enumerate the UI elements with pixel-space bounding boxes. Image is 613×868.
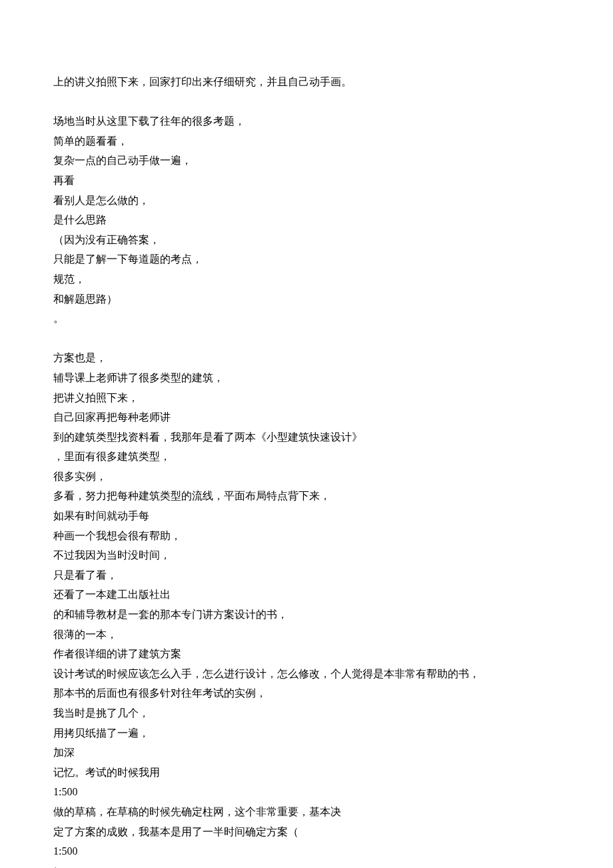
- text-line: 的和辅导教材是一套的那本专门讲方案设计的书，: [53, 605, 560, 625]
- text-line: 只是看了看，: [53, 565, 560, 585]
- text-line: 种画一个我想会很有帮助，: [53, 526, 560, 546]
- text-line: 再看: [53, 171, 560, 191]
- text-line: 多看，努力把每种建筑类型的流线，平面布局特点背下来，: [53, 486, 560, 506]
- text-line: 做的草稿，在草稿的时候先确定柱网，这个非常重要，基本决: [53, 802, 560, 822]
- text-line: 把讲义拍照下来，: [53, 388, 560, 408]
- text-line: 用拷贝纸描了一遍，: [53, 723, 560, 743]
- text-line: 场地当时从这里下载了往年的很多考题，: [53, 111, 560, 131]
- text-line: 方案也是，: [53, 348, 560, 368]
- text-line: 辅导课上老师讲了很多类型的建筑，: [53, 368, 560, 388]
- blank-line: [53, 92, 560, 112]
- text-line: 和解题思路）: [53, 289, 560, 309]
- text-line: 规范，: [53, 269, 560, 289]
- text-line: 还看了一本建工出版社出: [53, 585, 560, 605]
- text-line: 只能是了解一下每道题的考点，: [53, 249, 560, 269]
- text-line: 设计考试的时候应该怎么入手，怎么进行设计，怎么修改，个人觉得是本非常有帮助的书，: [53, 664, 560, 684]
- text-line: 是什么思路: [53, 210, 560, 230]
- text-line: ，里面有很多建筑类型，: [53, 447, 560, 467]
- text-line: 作者很详细的讲了建筑方案: [53, 644, 560, 664]
- text-line: 复杂一点的自己动手做一遍，: [53, 151, 560, 171]
- text-line: 加深: [53, 743, 560, 763]
- text-line: 1:500: [53, 782, 560, 802]
- text-line: 很多实例，: [53, 467, 560, 487]
- text-line: 自己回家再把每种老师讲: [53, 407, 560, 427]
- text-line: 如果有时间就动手每: [53, 506, 560, 526]
- blank-line: [53, 329, 560, 349]
- text-line: 记忆。考试的时候我用: [53, 763, 560, 783]
- text-line: 看别人是怎么做的，: [53, 191, 560, 211]
- text-line: 那本书的后面也有很多针对往年考试的实例，: [53, 683, 560, 703]
- text-line: 上的讲义拍照下来，回家打印出来仔细研究，并且自己动手画。: [53, 72, 560, 92]
- text-line: 不过我因为当时没时间，: [53, 545, 560, 565]
- text-line: ）: [53, 861, 560, 868]
- text-line: 。: [53, 309, 560, 329]
- text-line: 1:500: [53, 841, 560, 861]
- document-body: 上的讲义拍照下来，回家打印出来仔细研究，并且自己动手画。场地当时从这里下载了往年…: [53, 72, 560, 868]
- text-line: （因为没有正确答案，: [53, 230, 560, 250]
- text-line: 简单的题看看，: [53, 131, 560, 151]
- text-line: 很薄的一本，: [53, 625, 560, 645]
- text-line: 我当时是挑了几个，: [53, 703, 560, 723]
- text-line: 到的建筑类型找资料看，我那年是看了两本《小型建筑快速设计》: [53, 427, 560, 447]
- text-line: 定了方案的成败，我基本是用了一半时间确定方案（: [53, 822, 560, 842]
